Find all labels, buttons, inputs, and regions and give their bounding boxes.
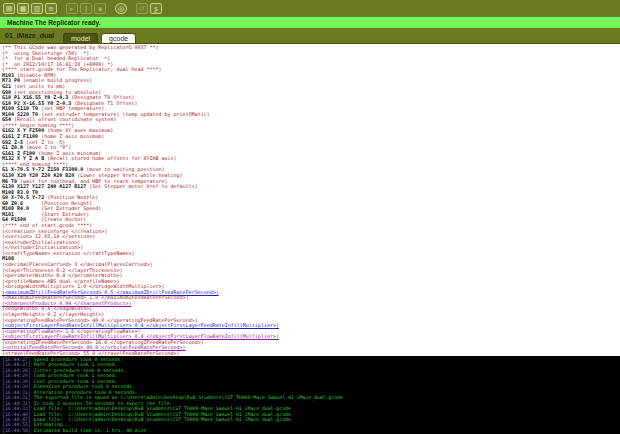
console-timestamp: [16:44:30] <box>2 379 34 384</box>
console-message: Jitter procedure took 0 seconds. <box>34 368 126 373</box>
connect-icon[interactable]: ◎ <box>115 3 127 14</box>
control-panel-icon[interactable]: ʂ <box>150 3 162 14</box>
console-timestamp: [16:44:27] <box>2 357 34 362</box>
console-timestamp: [16:44:29] <box>2 373 34 378</box>
console-timestamp: [16:44:31] <box>2 401 34 406</box>
tab-gcode[interactable]: gcode <box>101 33 136 43</box>
console-message: Raft procedure took 1 second. <box>34 362 118 367</box>
console-timestamp: [16:44:30] <box>2 384 34 389</box>
stop-icon[interactable]: ▪ <box>94 3 106 14</box>
console-log[interactable]: [16:44:27] Speed procedure took 0 second… <box>0 356 620 434</box>
save-file-icon[interactable]: ▥ <box>31 3 43 14</box>
console-line: [16:44:58] Estimated build time is: 1 hr… <box>2 428 620 433</box>
console-timestamp: [16:44:28] <box>2 368 34 373</box>
console-message: Load file: C:\Users\admin\Desktop\RvB_St… <box>34 406 291 411</box>
console-timestamp: [16:44:58] <box>2 428 34 433</box>
gcode-editor[interactable]: (** This GCode was generated by Replicat… <box>0 43 620 356</box>
build-icon[interactable]: ▸ <box>66 3 78 14</box>
console-message: Comb procedure took 1 second. <box>34 373 118 378</box>
pause-icon[interactable]: ‖ <box>80 3 92 14</box>
console-timestamp: [16:44:47] <box>2 417 34 422</box>
machine-status-bar: Machine The Replicator ready. <box>0 16 620 28</box>
generate-gcode-icon[interactable]: ≡ <box>45 3 57 14</box>
console-message: Estimated build time is: 1 hrs, 40 mins <box>34 428 147 433</box>
new-file-icon[interactable]: ▤ <box>3 3 15 14</box>
console-message: Cool procedure took 1 second. <box>34 379 118 384</box>
console-timestamp: [16:44:31] <box>2 390 34 395</box>
console-timestamp: [16:44:27] <box>2 362 34 367</box>
console-message: It took 2 minutes 59 seconds to export t… <box>34 401 173 406</box>
console-timestamp: [16:44:33] <box>2 406 34 411</box>
console-timestamp: [16:44:55] <box>2 422 34 427</box>
machine-status-text: Machine The Replicator ready. <box>7 19 100 26</box>
console-message: Load file: C:\Users\admin\Desktop\RvB_St… <box>34 417 291 422</box>
build-name-label: 01_iMaze_dual <box>5 29 54 43</box>
open-file-icon[interactable]: ▦ <box>17 3 29 14</box>
console-timestamp: [16:44:31] <box>2 395 34 400</box>
tab-model[interactable]: model <box>63 33 98 43</box>
main-toolbar: ▤▦▥≡▸‖▪◎↺ʂ <box>0 0 620 16</box>
console-message: Speed procedure took 0 seconds. <box>34 357 124 362</box>
reset-machine-icon[interactable]: ↺ <box>136 3 148 14</box>
console-message: The exported file is saved as C:\Users\a… <box>34 395 343 400</box>
file-tab-bar: 01_iMaze_dual model gcode <box>0 28 620 43</box>
console-message: Dimension procedure took 0 seconds. <box>34 384 135 389</box>
console-message: Alteration procedure took 0 seconds. <box>34 390 138 395</box>
console-message: Estimating... <box>34 422 72 427</box>
gcode-comment: (Set Stepper motor Vref to defaults) <box>89 183 197 189</box>
console-timestamp: [16:44:40] <box>2 412 34 417</box>
console-message: Load file: C:\Users\admin\Desktop\RvB_St… <box>34 412 291 417</box>
